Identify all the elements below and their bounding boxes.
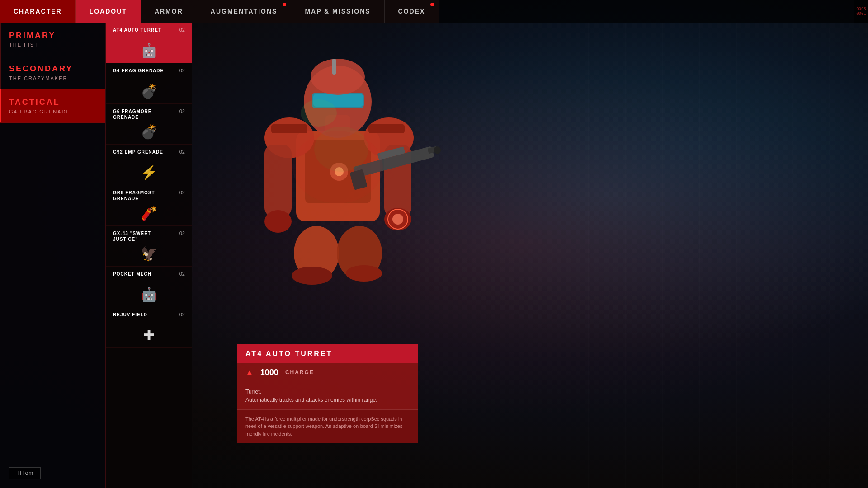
equip-item-header: GR8 FRAGMOST GRENADE 02 <box>113 190 185 202</box>
equipment-item-2[interactable]: G6 FRAGMORE GRENADE 02 💣 <box>106 104 192 145</box>
svg-point-14 <box>264 210 292 233</box>
info-panel-description: Turret.Automatically tracks and attacks … <box>237 382 418 410</box>
tab-codex-label: CODEX <box>398 8 425 15</box>
equip-item-icon: 🦅 <box>113 246 185 262</box>
codex-alert-dot <box>430 3 434 6</box>
equip-item-count: 02 <box>179 230 185 236</box>
equip-item-header: GX-43 "SWEET JUSTICE" 02 <box>113 230 185 242</box>
slot-secondary[interactable]: SECONDARY THE CRAZYMAKER <box>0 56 105 89</box>
equip-item-name: GR8 FRAGMOST GRENADE <box>113 190 177 202</box>
tab-map-missions-label: MAP & MISSIONS <box>305 8 370 15</box>
info-panel: AT4 AUTO TURRET ▲ 1000 CHARGE Turret.Aut… <box>237 344 418 443</box>
equip-item-header: AT4 AUTO TURRET 02 <box>113 27 185 33</box>
slot-tactical-name: G4 FRAG GRENADE <box>9 109 96 114</box>
tab-augmentations[interactable]: AUGMENTATIONS <box>197 0 292 23</box>
tab-loadout-label: LOADOUT <box>90 8 127 15</box>
slot-secondary-type: SECONDARY <box>9 64 96 74</box>
tab-loadout[interactable]: LOADOUT <box>76 0 141 23</box>
equip-item-count: 02 <box>179 190 185 195</box>
svg-rect-10 <box>271 124 307 133</box>
equip-item-count: 02 <box>179 27 185 33</box>
corner-numbers: 0005 0001 <box>854 0 868 23</box>
equip-item-icon: ⚡ <box>113 164 185 180</box>
svg-rect-12 <box>264 145 292 217</box>
tab-character[interactable]: CHARACTER <box>0 0 76 23</box>
equip-item-icon: 🤖 <box>113 42 185 58</box>
equip-item-icon: 🤖 <box>113 286 185 302</box>
equipment-item-6[interactable]: POCKET MECH 02 🤖 <box>106 267 192 307</box>
tab-map-missions[interactable]: MAP & MISSIONS <box>291 0 384 23</box>
equip-item-icon: 💣 <box>113 124 185 140</box>
svg-rect-11 <box>368 124 405 133</box>
equipment-item-7[interactable]: REJUV FIELD 02 ✚ <box>106 307 192 348</box>
info-panel-title: AT4 AUTO TURRET <box>237 344 418 363</box>
equipment-item-1[interactable]: G4 FRAG GRENADE 02 💣 <box>106 63 192 104</box>
augmentations-alert-dot <box>283 3 286 6</box>
equip-item-count: 02 <box>179 271 185 277</box>
equip-item-header: G4 FRAG GRENADE 02 <box>113 68 185 74</box>
svg-point-29 <box>301 99 337 127</box>
equip-item-count: 02 <box>179 312 185 317</box>
equip-item-name: G92 EMP GRENADE <box>113 149 177 155</box>
tab-codex[interactable]: CODEX <box>385 0 439 23</box>
equip-item-header: REJUV FIELD 02 <box>113 312 185 318</box>
equip-item-name: REJUV FIELD <box>113 312 177 318</box>
svg-point-2 <box>292 267 332 285</box>
equip-item-name: POCKET MECH <box>113 271 177 277</box>
svg-rect-21 <box>332 59 336 75</box>
equip-item-icon: ✚ <box>113 327 185 343</box>
equip-item-name: GX-43 "SWEET JUSTICE" <box>113 230 177 242</box>
slot-tactical-type: TACTICAL <box>9 98 96 107</box>
username-badge: TfTom <box>9 467 41 479</box>
charge-value: 1000 <box>260 368 278 377</box>
tab-armor[interactable]: ARMOR <box>141 0 197 23</box>
tab-character-label: CHARACTER <box>14 8 62 15</box>
equip-item-header: G92 EMP GRENADE 02 <box>113 149 185 155</box>
charge-icon: ▲ <box>245 368 254 377</box>
svg-point-20 <box>311 59 365 95</box>
main-area: AT4 AUTO TURRET ▲ 1000 CHARGE Turret.Aut… <box>192 23 868 488</box>
equip-item-count: 02 <box>179 149 185 155</box>
slot-primary[interactable]: PRIMARY THE FIST <box>0 23 105 56</box>
equipment-item-3[interactable]: G92 EMP GRENADE 02 ⚡ <box>106 145 192 185</box>
slot-secondary-name: THE CRAZYMAKER <box>9 75 96 81</box>
slot-primary-type: PRIMARY <box>9 31 96 40</box>
equip-item-icon: 💣 <box>113 83 185 99</box>
charge-label: CHARGE <box>285 369 314 375</box>
equip-item-header: G6 FRAGMORE GRENADE 02 <box>113 108 185 120</box>
tab-armor-label: ARMOR <box>155 8 183 15</box>
equip-item-name: G4 FRAG GRENADE <box>113 68 177 74</box>
equipment-item-0[interactable]: AT4 AUTO TURRET 02 🤖 <box>106 23 192 63</box>
equip-item-count: 02 <box>179 68 185 73</box>
slot-primary-name: THE FIST <box>9 42 96 47</box>
equipment-item-4[interactable]: GR8 FRAGMOST GRENADE 02 🧨 <box>106 185 192 226</box>
equip-item-header: POCKET MECH 02 <box>113 271 185 277</box>
equip-item-name: AT4 AUTO TURRET <box>113 27 177 33</box>
left-sidebar: PRIMARY THE FIST SECONDARY THE CRAZYMAKE… <box>0 23 106 488</box>
top-navigation: CHARACTER LOADOUT ARMOR AUGMENTATIONS MA… <box>0 0 868 23</box>
equip-item-icon: 🧨 <box>113 205 185 221</box>
slot-tactical[interactable]: TACTICAL G4 FRAG GRENADE <box>0 89 105 123</box>
equipment-item-5[interactable]: GX-43 "SWEET JUSTICE" 02 🦅 <box>106 226 192 267</box>
svg-point-28 <box>392 214 403 225</box>
equip-item-count: 02 <box>179 108 185 114</box>
equip-item-name: G6 FRAGMORE GRENADE <box>113 108 177 120</box>
svg-point-3 <box>346 265 382 282</box>
mech-figure <box>237 32 441 285</box>
equipment-list: AT4 AUTO TURRET 02 🤖 G4 FRAG GRENADE 02 … <box>106 23 192 488</box>
tab-augmentations-label: AUGMENTATIONS <box>211 8 278 15</box>
info-panel-lore: The AT4 is a force multiplier made for u… <box>237 410 418 443</box>
info-panel-stats: ▲ 1000 CHARGE <box>237 363 418 382</box>
svg-point-31 <box>292 131 383 203</box>
